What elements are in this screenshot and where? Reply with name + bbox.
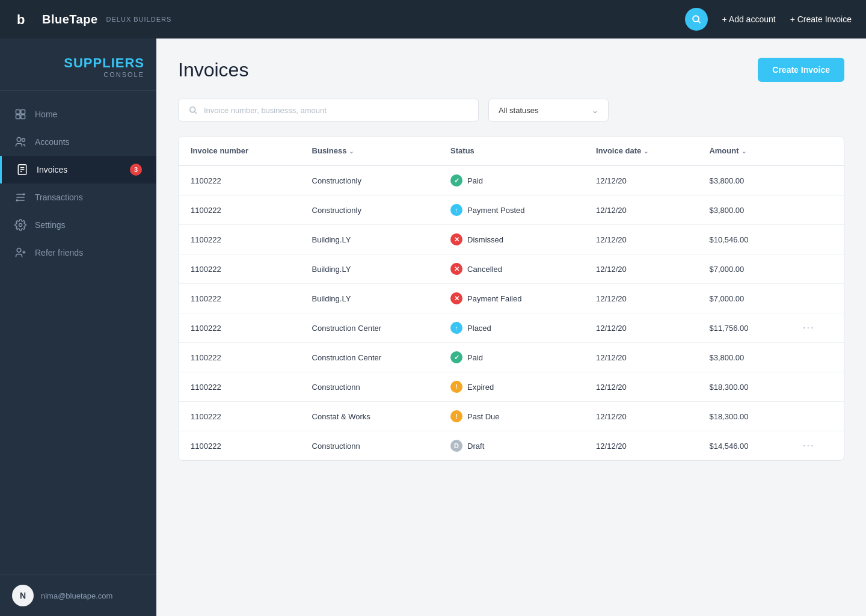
svg-rect-7 <box>21 115 25 119</box>
status-cell: ✓ Paid <box>438 165 584 196</box>
menu-cell <box>791 402 844 431</box>
amount-cell: $3,800.00 <box>697 196 791 225</box>
create-invoice-button[interactable]: Create Invoice <box>758 58 844 82</box>
business-cell: Constructionly <box>300 165 439 196</box>
app-layout: SUPPLIERS CONSOLE Home Accounts <box>0 38 866 616</box>
status-filter[interactable]: All statuses ⌄ <box>488 99 609 122</box>
sidebar-brand-sub: CONSOLE <box>12 71 144 78</box>
col-invoice-date[interactable]: Invoice date⌄ <box>584 137 697 165</box>
invoices-table: Invoice number Business⌄ Status Invoice … <box>179 137 844 460</box>
status-cell: ! Past Due <box>438 402 584 431</box>
date-cell: 12/12/20 <box>584 343 697 372</box>
row-menu-button[interactable]: ··· <box>803 322 814 333</box>
svg-point-2 <box>693 16 699 22</box>
page-title: Invoices <box>178 59 248 81</box>
sidebar-item-invoices[interactable]: Invoices 3 <box>0 156 156 183</box>
menu-cell <box>791 254 844 284</box>
svg-rect-6 <box>16 115 20 119</box>
date-cell: 12/12/20 <box>584 284 697 313</box>
sort-icon: ⌄ <box>643 148 648 155</box>
svg-rect-5 <box>21 110 25 114</box>
menu-cell[interactable]: ··· <box>791 313 844 343</box>
col-status: Status <box>438 137 584 165</box>
date-cell: 12/12/20 <box>584 254 697 284</box>
amount-cell: $11,756.00 <box>697 313 791 343</box>
status-icon: D <box>450 440 462 452</box>
status-cell: ↑ Payment Posted <box>438 196 584 225</box>
sidebar-item-settings[interactable]: Settings <box>0 211 156 239</box>
status-label: Dismissed <box>467 235 503 244</box>
amount-cell: $7,000.00 <box>697 254 791 284</box>
status-cell: ✕ Cancelled <box>438 254 584 284</box>
add-account-button[interactable]: + Add account <box>722 14 776 24</box>
invoice-number-cell: 1100222 <box>179 165 300 196</box>
status-label: Payment Failed <box>467 294 521 303</box>
top-nav: b BlueTape DELUX BUILDERS + Add account … <box>0 0 866 38</box>
status-icon: ✓ <box>450 351 462 363</box>
business-cell: Constructionly <box>300 196 439 225</box>
sort-icon: ⌄ <box>742 148 746 155</box>
svg-text:b: b <box>17 12 25 27</box>
sidebar-item-home[interactable]: Home <box>0 100 156 128</box>
invoice-number-cell: 1100222 <box>179 196 300 225</box>
amount-cell: $3,800.00 <box>697 343 791 372</box>
table-row[interactable]: 1100222 Constructionly ↑ Payment Posted … <box>179 196 844 225</box>
status-icon: ✕ <box>450 263 462 275</box>
status-label: Payment Posted <box>467 206 524 215</box>
svg-point-8 <box>17 138 21 142</box>
settings-icon <box>14 219 26 231</box>
menu-cell <box>791 343 844 372</box>
amount-cell: $14,546.00 <box>697 431 791 461</box>
table-row[interactable]: 1100222 Constructionn D Draft 12/12/20 $… <box>179 431 844 461</box>
sidebar-item-settings-label: Settings <box>35 220 66 230</box>
date-cell: 12/12/20 <box>584 196 697 225</box>
sidebar-item-transactions[interactable]: Transactions <box>0 183 156 211</box>
sidebar-item-invoices-label: Invoices <box>37 165 67 174</box>
table-row[interactable]: 1100222 Building.LY ✕ Dismissed 12/12/20… <box>179 225 844 254</box>
status-icon: ↑ <box>450 322 462 334</box>
sidebar-item-refer[interactable]: Refer friends <box>0 239 156 266</box>
sidebar-item-accounts[interactable]: Accounts <box>0 128 156 156</box>
date-cell: 12/12/20 <box>584 431 697 461</box>
table-row[interactable]: 1100222 Construction Center ↑ Placed 12/… <box>179 313 844 343</box>
amount-cell: $3,800.00 <box>697 165 791 196</box>
logo-text: BlueTape <box>42 13 98 26</box>
menu-cell[interactable]: ··· <box>791 431 844 461</box>
user-avatar: N <box>12 585 34 606</box>
status-icon: ✓ <box>450 174 462 186</box>
table-body: 1100222 Constructionly ✓ Paid 12/12/20 $… <box>179 165 844 460</box>
search-box[interactable] <box>178 99 479 122</box>
menu-cell <box>791 225 844 254</box>
amount-cell: $18,300.00 <box>697 372 791 402</box>
table-row[interactable]: 1100222 Constat & Works ! Past Due 12/12… <box>179 402 844 431</box>
status-cell: ✓ Paid <box>438 343 584 372</box>
search-button[interactable] <box>685 8 708 31</box>
table-row[interactable]: 1100222 Building.LY ✕ Cancelled 12/12/20… <box>179 254 844 284</box>
sidebar: SUPPLIERS CONSOLE Home Accounts <box>0 38 156 616</box>
col-business[interactable]: Business⌄ <box>300 137 439 165</box>
search-input[interactable] <box>204 106 468 115</box>
status-label: Expired <box>467 383 494 392</box>
create-invoice-nav-button[interactable]: + Create Invoice <box>790 14 852 24</box>
svg-rect-4 <box>16 110 20 114</box>
business-cell: Building.LY <box>300 254 439 284</box>
status-label: Past Due <box>467 412 499 421</box>
sidebar-item-home-label: Home <box>35 109 57 119</box>
sidebar-nav: Home Accounts Invoices 3 <box>0 91 156 574</box>
invoices-badge: 3 <box>130 164 142 176</box>
invoices-table-container: Invoice number Business⌄ Status Invoice … <box>178 136 844 461</box>
col-amount[interactable]: Amount⌄ <box>697 137 791 165</box>
menu-cell <box>791 372 844 402</box>
table-row[interactable]: 1100222 Construction Center ✓ Paid 12/12… <box>179 343 844 372</box>
amount-cell: $18,300.00 <box>697 402 791 431</box>
table-row[interactable]: 1100222 Building.LY ✕ Payment Failed 12/… <box>179 284 844 313</box>
business-cell: Construction Center <box>300 313 439 343</box>
table-row[interactable]: 1100222 Constructionly ✓ Paid 12/12/20 $… <box>179 165 844 196</box>
sidebar-brand: SUPPLIERS CONSOLE <box>0 38 156 91</box>
col-invoice-number: Invoice number <box>179 137 300 165</box>
business-cell: Constructionn <box>300 372 439 402</box>
svg-point-14 <box>23 193 25 195</box>
status-label: Cancelled <box>467 265 502 274</box>
row-menu-button[interactable]: ··· <box>803 440 814 451</box>
table-row[interactable]: 1100222 Constructionn ! Expired 12/12/20… <box>179 372 844 402</box>
